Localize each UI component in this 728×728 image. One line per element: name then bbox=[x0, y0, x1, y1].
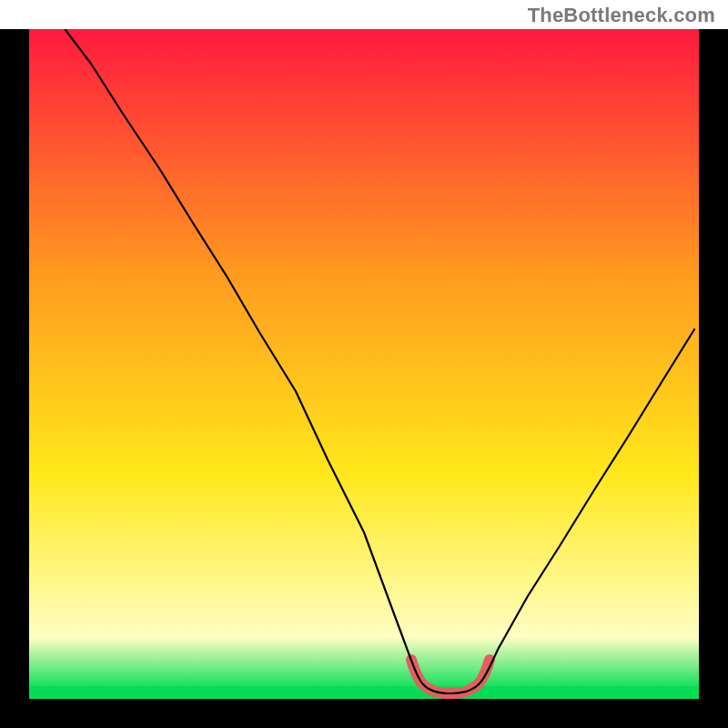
chart-stage: TheBottleneck.com bbox=[0, 0, 728, 728]
watermark-text: TheBottleneck.com bbox=[528, 4, 715, 27]
bottleneck-chart bbox=[0, 0, 728, 728]
gradient-background bbox=[29, 29, 699, 699]
